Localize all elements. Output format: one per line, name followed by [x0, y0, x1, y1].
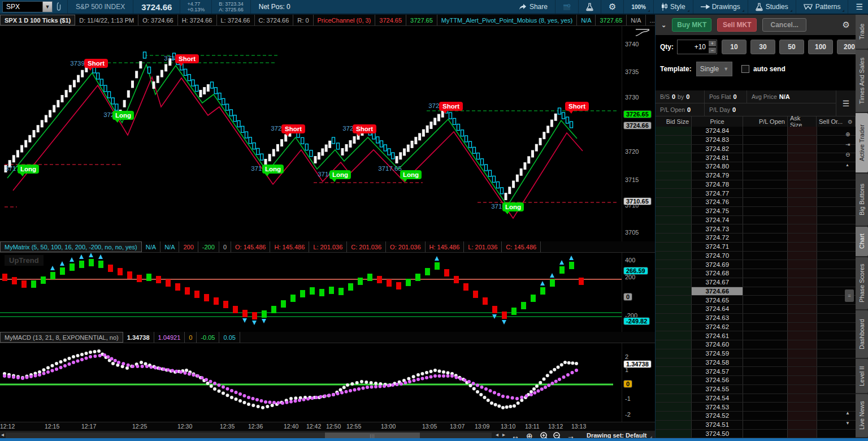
bid-size-cell[interactable]: [656, 260, 692, 269]
patterns-button[interactable]: Patterns: [798, 0, 846, 14]
bid-size-cell[interactable]: [656, 314, 692, 322]
bid-size-cell[interactable]: [656, 243, 692, 251]
side-tab-chart[interactable]: Chart: [856, 227, 868, 256]
bid-size-cell[interactable]: [656, 430, 692, 438]
ask-size-cell[interactable]: [788, 358, 817, 367]
bid-size-cell[interactable]: [656, 349, 692, 358]
ask-size-cell[interactable]: [788, 296, 817, 304]
bid-size-cell[interactable]: [656, 394, 692, 403]
bid-size-cell[interactable]: [656, 296, 692, 304]
qty-input[interactable]: +10 + −: [677, 40, 717, 54]
qty-preset-button[interactable]: 10: [722, 40, 747, 54]
style-button[interactable]: Style: [656, 0, 691, 14]
ask-size-cell[interactable]: [788, 136, 817, 144]
auto-send-checkbox[interactable]: [741, 65, 749, 73]
price-cell[interactable]: 3724.61: [692, 331, 743, 340]
step-right-icon[interactable]: ▸: [502, 431, 505, 438]
price-cell[interactable]: 3724.50: [692, 430, 743, 438]
ask-size-cell[interactable]: [788, 224, 817, 233]
column-header-price[interactable]: Price: [692, 116, 743, 127]
ask-size-cell[interactable]: [788, 340, 817, 349]
ask-size-cell[interactable]: [788, 287, 817, 296]
column-header-ask-size[interactable]: Ask Size: [788, 116, 817, 127]
price-cell[interactable]: 3724.69: [692, 260, 743, 269]
qty-increment-button[interactable]: +: [709, 41, 716, 46]
ask-size-cell[interactable]: [788, 234, 817, 242]
symbol-dropdown-button[interactable]: ▼: [42, 2, 52, 12]
side-tab-trade[interactable]: Trade: [856, 15, 868, 49]
price-cell[interactable]: 3724.56: [692, 376, 743, 384]
bid-size-cell[interactable]: [656, 331, 692, 340]
price-cell[interactable]: 3724.53: [692, 403, 743, 411]
bid-size-cell[interactable]: [656, 145, 692, 153]
main-chart-plot[interactable]: 3739372237363723371737173716372337223717…: [0, 26, 622, 241]
price-cell[interactable]: 3724.79: [692, 171, 743, 180]
template-select[interactable]: Single ▼: [696, 62, 732, 76]
ask-size-cell[interactable]: [788, 349, 817, 358]
column-header-sell-or-[interactable]: Sell Or...⚙: [817, 116, 856, 127]
collapse-chevron-icon[interactable]: ⌄: [656, 21, 672, 29]
price-cell[interactable]: 3724.80: [692, 162, 743, 171]
ask-size-cell[interactable]: [788, 153, 817, 162]
bid-size-cell[interactable]: [656, 278, 692, 287]
ask-size-cell[interactable]: [788, 145, 817, 153]
price-cell[interactable]: 3724.54: [692, 394, 743, 403]
bid-size-cell[interactable]: [656, 127, 692, 135]
matrix-plot[interactable]: UpTrend: [0, 253, 622, 332]
bid-size-cell[interactable]: [656, 234, 692, 242]
matrix-axis[interactable]: 400200-200266.590-249.82: [622, 253, 655, 332]
price-cell[interactable]: 3724.73: [692, 224, 743, 233]
bid-size-cell[interactable]: [656, 189, 692, 197]
bid-size-cell[interactable]: [656, 269, 692, 278]
bid-size-cell[interactable]: [656, 376, 692, 384]
price-cell[interactable]: 3724.76: [692, 198, 743, 206]
zoom-level-button[interactable]: 100%: [626, 0, 651, 14]
price-cell[interactable]: 3724.67: [692, 278, 743, 287]
bid-size-cell[interactable]: [656, 171, 692, 180]
ask-size-cell[interactable]: [788, 278, 817, 287]
bid-size-cell[interactable]: [656, 198, 692, 206]
sell-mkt-button[interactable]: Sell MKT: [717, 18, 757, 32]
bid-size-cell[interactable]: [656, 358, 692, 367]
buy-mkt-button[interactable]: Buy MKT: [672, 18, 711, 32]
price-cell[interactable]: 3724.62: [692, 323, 743, 331]
price-cell[interactable]: 3724.52: [692, 412, 743, 420]
symbol-input[interactable]: SPX ▼: [2, 1, 53, 12]
ask-size-cell[interactable]: [788, 243, 817, 251]
ask-size-cell[interactable]: [788, 331, 817, 340]
price-cell[interactable]: 3724.66: [692, 287, 743, 296]
price-cell[interactable]: 3724.63: [692, 314, 743, 322]
side-tab-big-buttons[interactable]: Big Buttons: [856, 174, 868, 226]
ask-size-cell[interactable]: [788, 305, 817, 313]
bid-size-cell[interactable]: [656, 252, 692, 260]
price-cell[interactable]: 3724.64: [692, 305, 743, 313]
scroll-left-icon[interactable]: ◂: [1, 431, 4, 438]
calendar-button[interactable]: [558, 0, 576, 14]
ask-size-cell[interactable]: [788, 260, 817, 269]
axis-settings-icon[interactable]: [635, 28, 652, 37]
price-cell[interactable]: 3724.84: [692, 127, 743, 135]
gear-icon[interactable]: ⚙: [843, 20, 856, 30]
ask-size-cell[interactable]: [788, 171, 817, 180]
side-tab-live-news[interactable]: Live News: [856, 394, 868, 437]
price-cell[interactable]: 3724.72: [692, 234, 743, 242]
ask-size-cell[interactable]: [788, 252, 817, 260]
studies-button[interactable]: Studies: [750, 0, 793, 14]
bid-size-cell[interactable]: [656, 287, 692, 296]
bid-size-cell[interactable]: [656, 305, 692, 313]
settings-button[interactable]: ⚙: [604, 0, 621, 14]
bid-size-cell[interactable]: [656, 162, 692, 171]
time-axis[interactable]: 12:1212:1512:1712:2512:3012:3512:3612:40…: [0, 422, 655, 431]
macd-plot[interactable]: [0, 343, 622, 422]
ask-size-cell[interactable]: [788, 412, 817, 420]
price-cell[interactable]: 3724.70: [692, 252, 743, 260]
ask-size-cell[interactable]: [788, 314, 817, 322]
price-cell[interactable]: 3724.51: [692, 421, 743, 429]
bid-size-cell[interactable]: [656, 412, 692, 420]
bid-size-cell[interactable]: [656, 403, 692, 411]
price-cell[interactable]: 3724.78: [692, 180, 743, 189]
link-paperclip-icon[interactable]: [53, 0, 65, 14]
bid-size-cell[interactable]: [656, 323, 692, 331]
qty-preset-button[interactable]: 30: [750, 40, 775, 54]
side-tab-active-trader[interactable]: Active Trader: [856, 113, 868, 172]
